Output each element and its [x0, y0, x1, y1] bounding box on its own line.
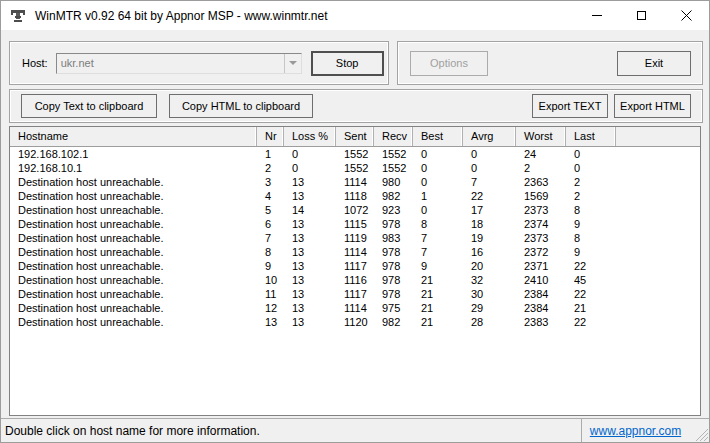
value-cell: 21	[566, 301, 616, 315]
value-cell: 13	[284, 301, 336, 315]
value-cell: 982	[374, 189, 413, 203]
value-cell: 32	[463, 273, 516, 287]
value-cell: 0	[413, 175, 463, 189]
hostname-cell: Destination host unreachable.	[10, 217, 257, 231]
minimize-button[interactable]	[574, 1, 619, 30]
column-header-best[interactable]: Best	[413, 127, 463, 146]
value-cell: 978	[374, 217, 413, 231]
value-cell: 28	[463, 315, 516, 329]
column-header-nr[interactable]: Nr	[257, 127, 284, 146]
value-cell: 2384	[516, 301, 566, 315]
value-cell: 0	[566, 147, 616, 161]
table-row[interactable]: Destination host unreachable.31311149800…	[10, 175, 700, 189]
minimize-icon	[592, 15, 602, 16]
table-row[interactable]: Destination host unreachable.71311199837…	[10, 231, 700, 245]
app-icon	[10, 8, 26, 24]
maximize-button[interactable]	[619, 1, 664, 30]
table-row[interactable]: Destination host unreachable.61311159788…	[10, 217, 700, 231]
value-cell: 10	[257, 273, 284, 287]
value-cell: 13	[284, 315, 336, 329]
value-cell: 1114	[336, 301, 374, 315]
table-row[interactable]: 192.168.10.120155215520020	[10, 161, 700, 175]
hostname-cell: Destination host unreachable.	[10, 231, 257, 245]
hostname-cell: Destination host unreachable.	[10, 189, 257, 203]
table-header: HostnameNrLoss %SentRecvBestAvrgWorstLas…	[10, 127, 700, 147]
value-cell: 20	[463, 259, 516, 273]
value-cell: 45	[566, 273, 616, 287]
value-cell: 1114	[336, 175, 374, 189]
status-bar: Double click on host name for more infor…	[1, 418, 709, 442]
value-cell: 19	[463, 231, 516, 245]
value-cell: 2371	[516, 259, 566, 273]
value-cell: 0	[413, 161, 463, 175]
results-table: HostnameNrLoss %SentRecvBestAvrgWorstLas…	[9, 126, 701, 416]
table-row[interactable]: 192.168.102.1101552155200240	[10, 147, 700, 161]
value-cell: 1552	[374, 161, 413, 175]
value-cell: 0	[413, 147, 463, 161]
column-header-hostname[interactable]: Hostname	[10, 127, 257, 146]
column-header-recv[interactable]: Recv	[374, 127, 413, 146]
options-button[interactable]: Options	[410, 51, 488, 76]
column-header-last[interactable]: Last	[566, 127, 616, 146]
hostname-cell: Destination host unreachable.	[10, 259, 257, 273]
export-text-button[interactable]: Export TEXT	[532, 94, 608, 118]
stop-button[interactable]: Stop	[311, 51, 384, 76]
value-cell: 1119	[336, 231, 374, 245]
resize-grip[interactable]	[689, 419, 709, 442]
value-cell: 0	[413, 203, 463, 217]
value-cell: 7	[413, 231, 463, 245]
window-title: WinMTR v0.92 64 bit by Appnor MSP - www.…	[35, 9, 328, 23]
titlebar[interactable]: WinMTR v0.92 64 bit by Appnor MSP - www.…	[1, 1, 709, 30]
table-row[interactable]: Destination host unreachable.81311149787…	[10, 245, 700, 259]
table-row[interactable]: Destination host unreachable.11131117978…	[10, 287, 700, 301]
value-cell: 9	[566, 217, 616, 231]
column-header-filler	[616, 127, 700, 146]
hostname-cell: Destination host unreachable.	[10, 203, 257, 217]
value-cell: 8	[413, 217, 463, 231]
column-header-sent[interactable]: Sent	[336, 127, 374, 146]
value-cell: 24	[516, 147, 566, 161]
value-cell: 0	[463, 147, 516, 161]
copy-text-button[interactable]: Copy Text to clipboard	[21, 94, 157, 118]
appnor-link[interactable]: www.appnor.com	[590, 424, 681, 438]
table-row[interactable]: Destination host unreachable.12131114975…	[10, 301, 700, 315]
value-cell: 7	[413, 245, 463, 259]
value-cell: 7	[257, 231, 284, 245]
value-cell: 1552	[336, 161, 374, 175]
value-cell: 8	[566, 231, 616, 245]
value-cell: 29	[463, 301, 516, 315]
table-row[interactable]: Destination host unreachable.51410729230…	[10, 203, 700, 217]
value-cell: 1	[413, 189, 463, 203]
value-cell: 2373	[516, 203, 566, 217]
value-cell: 0	[284, 147, 336, 161]
value-cell: 1120	[336, 315, 374, 329]
copy-html-button[interactable]: Copy HTML to clipboard	[169, 94, 313, 118]
actions-panel: Options Exit	[397, 41, 703, 85]
exit-button[interactable]: Exit	[617, 51, 691, 76]
clipboard-panel: Copy Text to clipboard Copy HTML to clip…	[9, 89, 703, 123]
value-cell: 21	[413, 273, 463, 287]
value-cell: 7	[463, 175, 516, 189]
table-row[interactable]: Destination host unreachable.13131120982…	[10, 315, 700, 329]
column-header-worst[interactable]: Worst	[516, 127, 566, 146]
value-cell: 13	[284, 175, 336, 189]
value-cell: 13	[284, 273, 336, 287]
value-cell: 14	[284, 203, 336, 217]
status-link-panel: www.appnor.com	[581, 419, 689, 442]
column-header-avrg[interactable]: Avrg	[463, 127, 516, 146]
table-row[interactable]: Destination host unreachable.10131116978…	[10, 273, 700, 287]
host-combobox[interactable]: ukr.net	[56, 53, 302, 74]
export-html-button[interactable]: Export HTML	[614, 94, 691, 118]
value-cell: 2410	[516, 273, 566, 287]
value-cell: 16	[463, 245, 516, 259]
value-cell: 9	[257, 259, 284, 273]
close-button[interactable]	[664, 1, 709, 30]
value-cell: 2372	[516, 245, 566, 259]
value-cell: 13	[284, 287, 336, 301]
host-dropdown-button[interactable]	[284, 54, 301, 73]
value-cell: 0	[566, 161, 616, 175]
table-row[interactable]: Destination host unreachable.91311179789…	[10, 259, 700, 273]
table-row[interactable]: Destination host unreachable.41311189821…	[10, 189, 700, 203]
value-cell: 1117	[336, 287, 374, 301]
column-header-loss[interactable]: Loss %	[284, 127, 336, 146]
